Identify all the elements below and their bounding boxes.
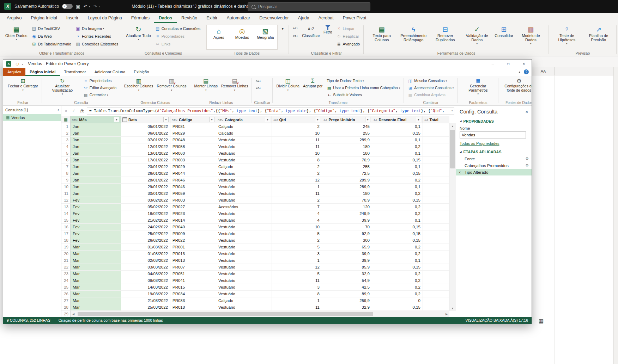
cell[interactable]: Mar [71,277,121,284]
close-icon[interactable]: × [516,60,532,68]
cell[interactable]: Vestuário [216,237,272,244]
cell[interactable]: Vestuário [216,170,272,177]
cell[interactable]: PR007 [170,264,216,271]
cell[interactable]: PR048 [170,137,216,143]
redo-caret-icon[interactable]: ▾ [99,5,100,8]
cell[interactable]: 259,9 [322,297,372,304]
cell[interactable]: 72,5 [322,170,372,177]
cell[interactable]: 180 [322,150,372,157]
undo-caret-icon[interactable]: ▾ [89,5,90,8]
cell[interactable]: 0,2 [372,143,423,150]
cell[interactable]: 2 [272,197,322,204]
cell[interactable]: Vestuário [216,184,272,190]
cell[interactable]: 39,9 [322,251,372,257]
column-header-categoria[interactable]: ABCCategoria▾ [216,116,272,123]
pq-gerenciar[interactable]: ▤Gerenciar▾ [81,92,118,98]
cell[interactable]: Vestuário [216,190,272,197]
pq-tab-transformar[interactable]: Transformar [60,68,90,76]
applied-steps-section-header[interactable]: ◢ ETAPAS APLICADAS [456,148,532,155]
xl-modelo-de-dados[interactable]: ▥Modelo de Dados▾ [515,24,547,50]
pq-tab-adicionar-coluna[interactable]: Adicionar Coluna [90,68,130,76]
query-name-input[interactable] [460,131,526,138]
filter-button-preco-unitario[interactable]: ▾ [365,117,370,122]
cell[interactable]: 0,15 [372,170,423,177]
cell[interactable] [423,257,449,264]
status-profiling-info[interactable]: Criação de perfil de coluna com base nas… [54,318,167,322]
redo-icon[interactable]: ↷ [93,4,97,9]
scroll-down-icon[interactable]: ▼ [449,306,456,311]
tab-automatizar[interactable]: Automatizar [222,13,255,23]
cell[interactable]: Vestuário [216,177,272,184]
cell[interactable] [423,150,449,157]
row-number[interactable]: 8 [61,170,71,177]
gear-icon[interactable]: ⚙ [525,156,529,161]
cell[interactable]: 10 [272,150,322,157]
filter-button-desconto-final[interactable]: ▾ [416,117,421,122]
xl-sort-az-icon[interactable]: AZ↓ [291,25,299,32]
row-number[interactable]: 9 [61,177,71,184]
pq-gerenciar-parametros[interactable]: ≣Gerenciar Parâmetros▾ [460,77,496,100]
xl-da-web[interactable]: ◉Da Web [30,32,73,40]
column-header-preco-unitario[interactable]: 1.2Preço Unitário▾ [322,116,372,123]
cell[interactable]: 0,2 [372,244,423,251]
cell[interactable]: 245 [322,123,372,130]
pq-dividir-coluna[interactable]: ◫Dividir Coluna▾ [275,77,301,100]
row-number[interactable]: 7 [61,164,71,170]
row-number[interactable]: 13 [61,204,71,210]
cell[interactable]: 8 [272,291,322,297]
cell[interactable]: Jan [71,150,121,157]
cell[interactable]: 289,9 [322,177,372,184]
cell[interactable] [423,177,449,184]
xl-gallery-more-icon[interactable]: ▾ [278,25,287,32]
cell[interactable]: PR041 [170,277,216,284]
cell[interactable]: Jan [71,123,121,130]
filter-button-categoria[interactable]: ▾ [265,117,270,122]
cell[interactable]: 0,1 [372,137,423,143]
cell[interactable]: 01/03/2022 [121,251,170,257]
cell[interactable]: Jan [71,143,121,150]
cell[interactable]: 255 [322,130,372,137]
xl-texto-para-colunas[interactable]: ▤Texto para Colunas [366,24,398,50]
cell[interactable]: PR046 [170,177,216,184]
cell[interactable] [423,224,449,230]
xl-de-text-csv[interactable]: ▤De Text/CSV [30,25,73,32]
undo-icon[interactable]: ↶ [83,4,87,9]
cell[interactable] [423,210,449,217]
cell[interactable]: 04/03/2022 [121,271,170,277]
cell[interactable]: 07/01/2022 [121,137,170,143]
cell[interactable]: 10 [272,130,322,137]
cell[interactable] [423,184,449,190]
cell[interactable]: PR015 [170,284,216,291]
row-number[interactable]: 15 [61,217,71,224]
save-icon[interactable]: ▣ [76,4,80,9]
cell[interactable] [423,204,449,210]
cell[interactable]: 0,1 [372,123,423,130]
cell[interactable]: 5 [272,230,322,237]
xl-obter-dados[interactable]: ▦Obter Dados▾ [4,24,29,50]
cell[interactable]: 65,9 [322,244,372,251]
column-header-data[interactable]: Data▾ [121,116,170,123]
tab-dados[interactable]: Dados [154,13,177,23]
cell[interactable] [423,190,449,197]
cell[interactable]: PR013 [170,251,216,257]
cell[interactable]: 18/02/2022 [121,210,170,217]
cell[interactable]: 11 [272,304,322,311]
cell[interactable]: Vestuário [216,257,272,264]
cell[interactable]: Vestuário [216,224,272,230]
cell[interactable]: 0,2 [372,204,423,210]
cell[interactable]: 09/03/2022 [121,277,170,284]
cell[interactable]: 0,2 [372,277,423,284]
pq-remover-linhas[interactable]: ▤Remover Linhas▾ [219,77,250,100]
xl-preenchimento-relampago[interactable]: ϟPreenchimento Relâmpago [398,24,429,50]
cell[interactable]: Vestuário [216,251,272,257]
grid-vertical-scrollbar[interactable]: ▲ ▼ [449,123,456,311]
cell[interactable]: 2 [272,237,322,244]
xl-fontes-recentes[interactable]: ◔Fontes Recentes [74,32,120,40]
cell[interactable] [423,157,449,164]
cell[interactable] [423,264,449,271]
cell[interactable]: PR001 [170,244,216,251]
pq-escolher-colunas[interactable]: ▥Escolher Colunas▾ [122,77,155,100]
cell[interactable] [423,123,449,130]
xl-teste-de-hipoteses[interactable]: ?Teste de Hipóteses▾ [551,24,583,50]
row-number[interactable]: 12 [61,197,71,204]
